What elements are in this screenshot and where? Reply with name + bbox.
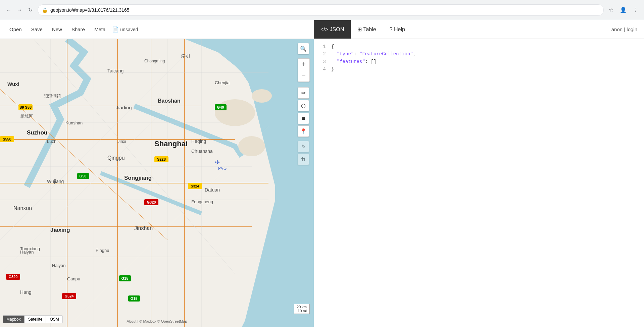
json-panel[interactable]: 1 { 2 "type": "FeatureCollection", 3 "fe… bbox=[314, 39, 644, 327]
svg-text:Chuansha: Chuansha bbox=[191, 149, 213, 154]
draw-line-button[interactable]: ✏ bbox=[298, 87, 309, 99]
draw-point-button[interactable]: 📍 bbox=[298, 125, 309, 137]
svg-text:Wujiang: Wujiang bbox=[47, 179, 64, 184]
edit-button[interactable]: ✎ bbox=[298, 141, 309, 152]
zoom-in-button[interactable]: + bbox=[298, 59, 309, 70]
svg-text:S558: S558 bbox=[3, 137, 11, 141]
svg-text:Kunshan: Kunshan bbox=[65, 120, 83, 125]
unsaved-label: unsaved bbox=[120, 27, 138, 32]
mapbox-type-button[interactable]: Mapbox bbox=[3, 315, 24, 323]
svg-text:Chongming: Chongming bbox=[144, 59, 165, 63]
svg-text:S324: S324 bbox=[191, 184, 200, 188]
line-number: 4 bbox=[319, 65, 326, 73]
browser-actions: ☆ 👤 ⋮ bbox=[606, 5, 640, 15]
svg-text:G15: G15 bbox=[131, 296, 138, 301]
svg-text:Pinghu: Pinghu bbox=[96, 248, 109, 253]
svg-text:Tongxiang: Tongxiang bbox=[20, 246, 40, 251]
svg-text:Baoshan: Baoshan bbox=[158, 98, 181, 104]
header-row: Open Save New Share Meta 📄 unsaved </> J… bbox=[0, 20, 644, 39]
map-type-buttons: Mapbox Satellite OSM bbox=[3, 315, 63, 323]
svg-text:Ganpu: Ganpu bbox=[67, 276, 80, 281]
new-button[interactable]: New bbox=[48, 24, 66, 34]
svg-text:Datuan: Datuan bbox=[205, 187, 220, 193]
scale-km: 20 km bbox=[297, 305, 307, 309]
svg-text:阳澄湖镇: 阳澄湖镇 bbox=[44, 94, 61, 99]
file-icon: 📄 bbox=[112, 26, 119, 33]
svg-text:Haiyan: Haiyan bbox=[52, 263, 65, 268]
scale-mi: 10 mi bbox=[297, 309, 307, 313]
map-toolbar: 🔍 + − ✏ ⬡ ■ 📍 ✎ 🗑 bbox=[298, 43, 310, 165]
meta-button[interactable]: Meta bbox=[90, 24, 109, 34]
svg-text:G50: G50 bbox=[80, 174, 87, 178]
svg-text:Shanghai: Shanghai bbox=[154, 140, 188, 148]
auth-links: anon | login bbox=[611, 26, 644, 32]
svg-text:S9 S58: S9 S58 bbox=[19, 105, 32, 109]
address-bar[interactable]: 🔒 geojson.io/#map=9/31.0176/121.3165 bbox=[38, 4, 604, 16]
url-text: geojson.io/#map=9/31.0176/121.3165 bbox=[50, 7, 129, 13]
svg-text:Wuxi: Wuxi bbox=[7, 81, 19, 87]
json-line-2: 2 "type": "FeatureCollection", bbox=[319, 50, 639, 58]
svg-text:Hang: Hang bbox=[20, 289, 31, 295]
bookmark-button[interactable]: ☆ bbox=[606, 5, 616, 15]
menu-button[interactable]: ⋮ bbox=[631, 5, 640, 15]
svg-text:G15: G15 bbox=[121, 276, 129, 280]
tab-help[interactable]: ? Help bbox=[383, 20, 412, 39]
draw-rectangle-button[interactable]: ■ bbox=[298, 113, 309, 124]
svg-text:Qingpu: Qingpu bbox=[107, 155, 125, 161]
zoom-out-button[interactable]: − bbox=[298, 70, 309, 81]
satellite-type-button[interactable]: Satellite bbox=[24, 315, 46, 323]
map-attribution: About | © Mapbox © OpenStreetMap bbox=[127, 319, 187, 323]
svg-text:Suzhou: Suzhou bbox=[27, 129, 47, 136]
json-features-line: "features": [] bbox=[331, 58, 376, 65]
line-number: 3 bbox=[319, 58, 326, 65]
profile-button[interactable]: 👤 bbox=[618, 5, 628, 15]
nav-buttons: ← → ↻ bbox=[4, 5, 35, 15]
app-container: Open Save New Share Meta 📄 unsaved </> J… bbox=[0, 20, 644, 327]
reload-button[interactable]: ↻ bbox=[26, 5, 35, 15]
zoom-controls: + − bbox=[298, 58, 310, 82]
app-toolbar: Open Save New Share Meta 📄 unsaved bbox=[0, 20, 314, 39]
auth-label[interactable]: anon | login bbox=[611, 26, 637, 32]
main-content: ◀ bbox=[0, 39, 644, 327]
search-button[interactable]: 🔍 bbox=[298, 43, 309, 54]
svg-text:PVG: PVG bbox=[218, 166, 227, 171]
json-line-1: 1 { bbox=[319, 43, 639, 50]
svg-text:Taicang: Taicang bbox=[107, 68, 123, 73]
json-line-4: 4 } bbox=[319, 65, 639, 73]
tab-json[interactable]: </> JSON bbox=[314, 20, 351, 39]
svg-text:Heqing: Heqing bbox=[191, 139, 206, 144]
svg-text:Fengcheng: Fengcheng bbox=[191, 199, 213, 204]
svg-text:崇明: 崇明 bbox=[181, 53, 190, 58]
share-button[interactable]: Share bbox=[67, 24, 89, 34]
panel-tabs: </> JSON ⊞ Table ? Help anon | login bbox=[314, 20, 644, 39]
open-button[interactable]: Open bbox=[5, 24, 26, 34]
svg-point-24 bbox=[238, 136, 265, 156]
browser-chrome: ← → ↻ 🔒 geojson.io/#map=9/31.0176/121.31… bbox=[0, 0, 644, 20]
svg-text:Jiaxing: Jiaxing bbox=[50, 227, 70, 233]
svg-text:Nanxun: Nanxun bbox=[13, 205, 32, 211]
svg-text:相城区: 相城区 bbox=[20, 114, 33, 119]
svg-text:S228: S228 bbox=[157, 157, 166, 161]
svg-text:Jinxi: Jinxi bbox=[117, 139, 126, 144]
delete-button[interactable]: 🗑 bbox=[298, 154, 309, 165]
line-number: 2 bbox=[319, 50, 326, 58]
forward-button[interactable]: → bbox=[15, 5, 24, 15]
map-area[interactable]: ◀ bbox=[0, 39, 314, 327]
svg-text:Jiading: Jiading bbox=[116, 105, 132, 110]
unsaved-badge: 📄 unsaved bbox=[112, 26, 138, 33]
svg-text:G320: G320 bbox=[147, 200, 156, 204]
back-button[interactable]: ← bbox=[4, 5, 13, 15]
svg-text:G320: G320 bbox=[9, 275, 18, 279]
lock-icon: 🔒 bbox=[42, 7, 48, 13]
svg-text:Songjiang: Songjiang bbox=[124, 175, 152, 181]
svg-text:Chenjia: Chenjia bbox=[215, 80, 230, 85]
json-line-3: 3 "features": [] bbox=[319, 58, 639, 65]
map-canvas[interactable]: G40 S228 S324 G50 G320 S9 S58 S558 bbox=[0, 39, 314, 327]
line-number: 1 bbox=[319, 43, 326, 50]
save-button[interactable]: Save bbox=[27, 24, 47, 34]
svg-text:G40: G40 bbox=[217, 105, 224, 109]
json-open-brace: { bbox=[331, 43, 334, 50]
draw-polygon-button[interactable]: ⬡ bbox=[298, 100, 309, 111]
osm-type-button[interactable]: OSM bbox=[46, 315, 62, 323]
tab-table[interactable]: ⊞ Table bbox=[351, 20, 383, 39]
